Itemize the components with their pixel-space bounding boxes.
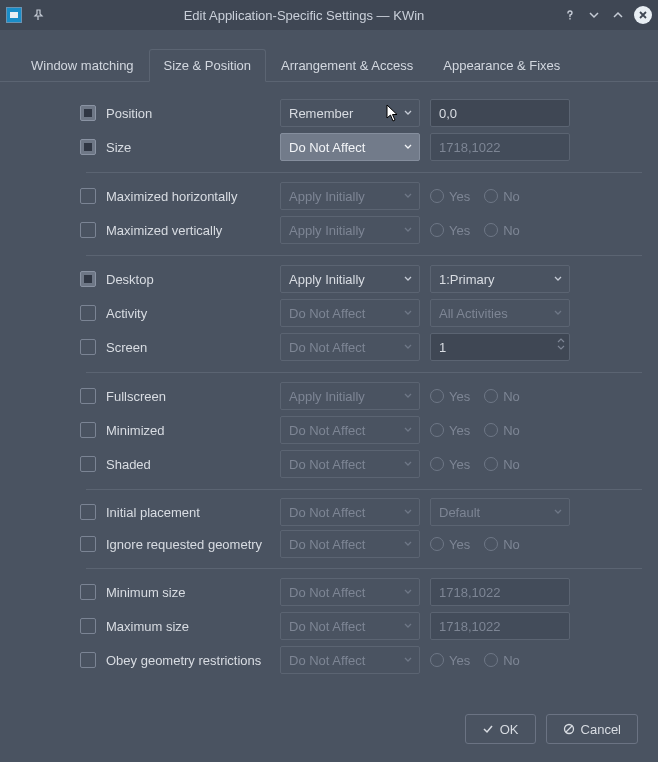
radio-no: No [484,223,520,238]
label-obey-geom: Obey geometry restrictions [100,653,280,668]
label-minimized: Minimized [100,423,280,438]
row-activity: Activity Do Not Affect All Activities [16,296,642,330]
radio-no: No [484,189,520,204]
value-select-desktop[interactable]: 1:Primary [430,265,570,293]
tab-bar: Window matching Size & Position Arrangem… [0,30,658,82]
checkbox-min-size[interactable] [80,584,96,600]
radio-yes: Yes [430,423,470,438]
checkbox-position[interactable] [80,105,96,121]
separator [86,568,642,569]
row-max-size: Maximum size Do Not Affect 1718,1022 [16,609,642,643]
cancel-button[interactable]: Cancel [546,714,638,744]
help-icon[interactable] [562,7,578,23]
checkbox-size[interactable] [80,139,96,155]
rule-select-shaded: Do Not Affect [280,450,420,478]
chevron-down-icon [403,655,413,665]
tab-appearance-fixes[interactable]: Appearance & Fixes [428,49,575,82]
close-icon[interactable] [634,6,652,24]
checkbox-max-v[interactable] [80,222,96,238]
value-select-init-placement: Default [430,498,570,526]
rule-select-minimized: Do Not Affect [280,416,420,444]
checkbox-fullscreen[interactable] [80,388,96,404]
minimize-icon[interactable] [586,7,602,23]
rule-select-screen: Do Not Affect [280,333,420,361]
dialog-footer: OK Cancel [0,704,658,762]
checkbox-screen[interactable] [80,339,96,355]
row-ignore-geom: Ignore requested geometry Do Not Affect … [16,528,642,560]
value-input-position[interactable]: 0,0 [430,99,570,127]
rule-select-size[interactable]: Do Not Affect [280,133,420,161]
separator [86,489,642,490]
checkbox-desktop[interactable] [80,271,96,287]
spinner-buttons[interactable] [557,337,565,351]
chevron-down-icon [403,191,413,201]
yesno-max-v: Yes No [430,223,570,238]
cancel-icon [563,723,575,735]
chevron-down-icon [403,587,413,597]
rule-select-desktop[interactable]: Apply Initially [280,265,420,293]
tab-window-matching[interactable]: Window matching [16,49,149,82]
app-icon [6,7,22,23]
value-input-size: 1718,1022 [430,133,570,161]
radio-no: No [484,389,520,404]
label-activity: Activity [100,306,280,321]
check-icon [482,723,494,735]
label-ignore-geom: Ignore requested geometry [100,537,280,552]
radio-no: No [484,653,520,668]
label-desktop: Desktop [100,272,280,287]
yesno-minimized: Yes No [430,423,570,438]
yesno-max-h: Yes No [430,189,570,204]
radio-yes: Yes [430,189,470,204]
label-init-placement: Initial placement [100,505,280,520]
value-input-min-size: 1718,1022 [430,578,570,606]
checkbox-obey-geom[interactable] [80,652,96,668]
tab-size-position[interactable]: Size & Position [149,49,266,82]
rule-select-max-v: Apply Initially [280,216,420,244]
checkbox-activity[interactable] [80,305,96,321]
checkbox-ignore-geom[interactable] [80,536,96,552]
value-spin-screen[interactable]: 1 [430,333,570,361]
rule-select-ignore-geom: Do Not Affect [280,530,420,558]
value-input-max-size: 1718,1022 [430,612,570,640]
radio-no: No [484,457,520,472]
checkbox-max-h[interactable] [80,188,96,204]
label-fullscreen: Fullscreen [100,389,280,404]
chevron-down-icon [403,459,413,469]
checkbox-max-size[interactable] [80,618,96,634]
row-init-placement: Initial placement Do Not Affect Default [16,496,642,528]
chevron-down-icon [553,507,563,517]
rule-select-max-size: Do Not Affect [280,612,420,640]
window-title: Edit Application-Specific Settings — KWi… [54,8,554,23]
chevron-down-icon [403,539,413,549]
chevron-down-icon [403,225,413,235]
row-screen: Screen Do Not Affect 1 [16,330,642,364]
row-size: Size Do Not Affect 1718,1022 [16,130,642,164]
ok-button[interactable]: OK [465,714,536,744]
row-obey-geom: Obey geometry restrictions Do Not Affect… [16,643,642,677]
label-max-h: Maximized horizontally [100,189,280,204]
checkbox-shaded[interactable] [80,456,96,472]
maximize-icon[interactable] [610,7,626,23]
chevron-down-icon [403,342,413,352]
pin-icon[interactable] [30,7,46,23]
label-size: Size [100,140,280,155]
row-max-h: Maximized horizontally Apply Initially Y… [16,179,642,213]
chevron-down-icon [553,308,563,318]
radio-yes: Yes [430,457,470,472]
checkbox-init-placement[interactable] [80,504,96,520]
separator [86,172,642,173]
yesno-shaded: Yes No [430,457,570,472]
label-position: Position [100,106,280,121]
yesno-fullscreen: Yes No [430,389,570,404]
rule-select-position[interactable]: Remember [280,99,420,127]
row-desktop: Desktop Apply Initially 1:Primary [16,262,642,296]
chevron-down-icon [403,274,413,284]
rule-select-fullscreen: Apply Initially [280,382,420,410]
titlebar: Edit Application-Specific Settings — KWi… [0,0,658,30]
settings-panel: Position Remember 0,0 Size Do Not Affect [0,82,658,704]
tab-arrangement-access[interactable]: Arrangement & Access [266,49,428,82]
yesno-obey-geom: Yes No [430,653,570,668]
value-select-activity: All Activities [430,299,570,327]
chevron-down-icon [403,108,413,118]
checkbox-minimized[interactable] [80,422,96,438]
